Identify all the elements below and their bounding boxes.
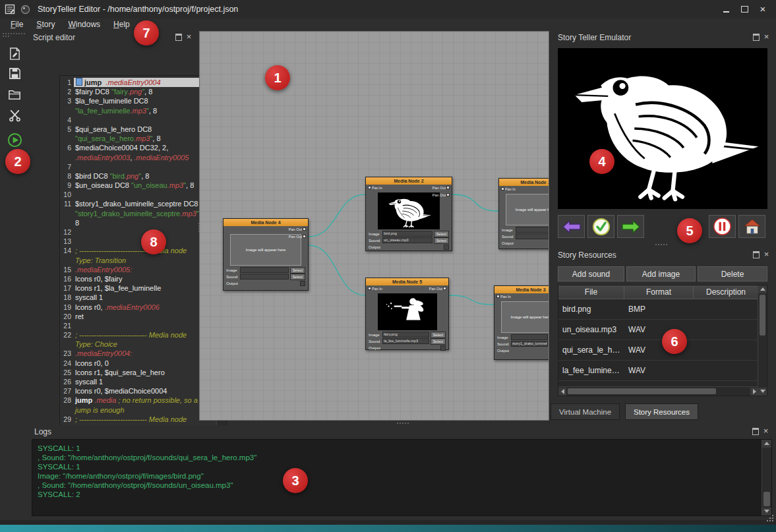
input-pin[interactable]: Pan In — [368, 287, 382, 291]
close-dock-icon[interactable]: × — [763, 33, 770, 40]
emulator-forward-button[interactable] — [617, 215, 644, 238]
graph-node[interactable]: Media Node 1Pan InPan OutImage will appe… — [498, 178, 549, 249]
output-pin[interactable]: Pan Out — [289, 235, 306, 239]
maximize-icon[interactable] — [738, 4, 751, 15]
node-field-row: Imagebird.pngSelect — [369, 231, 449, 237]
resize-grip[interactable] — [766, 514, 774, 521]
table-horizontal-scrollbar[interactable] — [558, 386, 758, 396]
resource-row[interactable]: la_fee_lumine…WAV — [558, 361, 767, 381]
bird-illustration — [564, 54, 761, 203]
node-field-row: ImageSelect — [497, 334, 549, 340]
table-vertical-scrollbar[interactable] — [758, 285, 767, 396]
column-header-file[interactable]: File — [558, 285, 624, 299]
scroll-left-icon[interactable] — [558, 388, 566, 396]
emulator-home-button[interactable] — [738, 215, 765, 238]
graph-node[interactable]: Media Node 4Pan OutPan OutImage will app… — [223, 218, 309, 291]
splitter-handle[interactable] — [655, 243, 667, 245]
scroll-down-icon[interactable] — [758, 388, 767, 396]
close-dock-icon[interactable]: × — [185, 33, 193, 40]
sound-field[interactable] — [516, 233, 549, 239]
scroll-right-icon[interactable] — [750, 388, 758, 396]
column-header-format[interactable]: Format — [624, 285, 694, 299]
sound-field[interactable]: un_oiseau.mp3 — [382, 237, 433, 243]
output-pin[interactable]: Pan Out — [433, 193, 450, 197]
save-icon[interactable] — [6, 65, 23, 82]
menu-item-story[interactable]: Story — [30, 18, 61, 31]
add-sound-button[interactable]: Add sound — [558, 266, 624, 281]
select-button[interactable]: Select — [431, 338, 446, 345]
column-header-description[interactable]: Description — [694, 285, 759, 299]
output-slot[interactable] — [300, 281, 305, 286]
code-line: 13 — [60, 237, 217, 246]
scrollbar-thumb[interactable] — [760, 295, 765, 336]
menu-item-help[interactable]: Help — [107, 18, 136, 31]
node-field-row: SoundSelect — [226, 274, 305, 280]
select-button[interactable]: Select — [431, 332, 446, 338]
image-field[interactable] — [511, 334, 548, 340]
minimize-icon[interactable] — [719, 4, 732, 15]
output-pin[interactable]: Pan Out — [289, 227, 306, 231]
float-dock-icon[interactable] — [752, 34, 760, 41]
emulator-validate-button[interactable] — [587, 215, 614, 238]
float-dock-icon[interactable] — [752, 428, 759, 435]
scroll-up-icon[interactable] — [758, 285, 767, 293]
field-label: Image — [497, 336, 510, 340]
output-pin[interactable]: Pan Out — [429, 287, 446, 291]
delete-button[interactable]: Delete — [698, 266, 767, 281]
scrollbar-thumb[interactable] — [763, 492, 770, 506]
emulator-pause-button[interactable] — [709, 215, 736, 238]
node-title-bar[interactable]: Media Node 4 — [224, 219, 308, 226]
menu-item-file[interactable]: File — [4, 18, 30, 31]
node-title-bar[interactable]: Media Node 5 — [366, 278, 448, 285]
sound-field[interactable]: la_fee_luminelle.mp3 — [382, 338, 429, 344]
title-bar[interactable]: StoryTeller Editor - /home/anthony/ostpr… — [0, 0, 776, 19]
logs-scrollbar[interactable] — [761, 440, 771, 516]
menu-item-windows[interactable]: Windows — [61, 18, 107, 31]
scroll-up-icon[interactable] — [762, 440, 771, 448]
resource-row[interactable]: bird.pngBMP — [558, 299, 767, 320]
input-pin[interactable]: Pan In — [496, 295, 511, 299]
node-title-bar[interactable]: Media Node 3 — [494, 286, 549, 293]
image-field[interactable]: bird.png — [382, 231, 433, 237]
output-slot[interactable] — [440, 345, 446, 351]
node-graph-canvas[interactable]: Media Node 4Pan OutPan OutImage will app… — [199, 31, 549, 421]
select-button[interactable]: Select — [434, 237, 449, 244]
graph-node[interactable]: Media Node 5Pan InPan OutImagefairy.pngS… — [365, 278, 449, 350]
scissors-icon[interactable] — [6, 107, 23, 124]
add-image-button[interactable]: Add image — [626, 266, 696, 281]
close-dock-icon[interactable]: × — [762, 427, 769, 434]
emulator-back-button[interactable] — [558, 215, 585, 238]
tab-virtual-machine[interactable]: Virtual Machine — [551, 403, 620, 420]
select-button[interactable]: Select — [434, 231, 449, 237]
toolbar-handle[interactable] — [3, 33, 25, 37]
sound-field[interactable]: story1_drako_luminelle_sceptre.mp3 — [511, 341, 548, 347]
node-title-bar[interactable]: Media Node 2 — [366, 177, 452, 185]
node-title-bar[interactable]: Media Node 1 — [499, 179, 549, 186]
select-button[interactable]: Select — [290, 267, 305, 274]
run-icon[interactable] — [6, 131, 23, 148]
close-icon[interactable]: × — [756, 4, 769, 15]
image-field[interactable]: fairy.png — [382, 332, 429, 338]
splitter-handle[interactable] — [397, 422, 409, 424]
close-dock-icon[interactable]: × — [763, 251, 770, 258]
image-field[interactable] — [516, 227, 549, 233]
float-dock-icon[interactable] — [752, 251, 760, 258]
input-pin[interactable]: Pan In — [368, 186, 382, 190]
code-line: 27lcons r0, $mediaChoice0004 — [60, 386, 217, 396]
select-button[interactable]: Select — [290, 274, 305, 280]
float-dock-icon[interactable] — [175, 34, 182, 41]
graph-node[interactable]: Media Node 3Pan InImage will appear here… — [494, 285, 549, 360]
annotation-badge-3: 3 — [283, 468, 308, 493]
sound-field[interactable] — [240, 274, 289, 280]
field-label: Image — [502, 228, 514, 232]
input-pin[interactable]: Pan In — [501, 187, 516, 191]
output-pin[interactable]: Pan Out — [433, 186, 450, 190]
code-line: 17lcons r1, $la_fee_luminelle — [60, 283, 217, 293]
graph-node[interactable]: Media Node 2Pan InPan OutPan OutImagebir… — [365, 177, 452, 251]
new-script-icon[interactable] — [6, 45, 23, 62]
open-folder-icon[interactable] — [6, 86, 23, 103]
image-field[interactable] — [240, 267, 289, 273]
output-slot[interactable] — [444, 245, 449, 250]
scrollbar-thumb[interactable] — [568, 388, 716, 394]
tab-story-resources[interactable]: Story Resources — [625, 403, 698, 420]
